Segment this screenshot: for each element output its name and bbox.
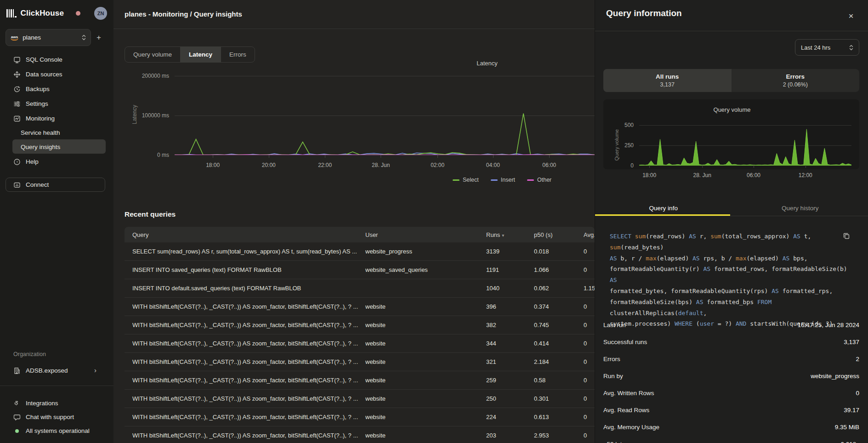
qv-x-axis: 18:0028. Jun06:0012:00	[639, 172, 851, 179]
table-row[interactable]: WITH bitShiftLeft(CAST(?..), _CAST(?..))…	[125, 298, 595, 316]
table-row[interactable]: WITH bitShiftLeft(CAST(?..), _CAST(?..))…	[125, 408, 595, 426]
avatar[interactable]: ZN	[94, 7, 107, 20]
segment-value: 2 (0.06%)	[783, 81, 808, 88]
clickhouse-logo-icon	[6, 9, 17, 17]
cell-p50: 0.018	[534, 248, 584, 255]
sidebar-item-chat-support[interactable]: Chat with support	[0, 410, 113, 424]
table-row[interactable]: WITH bitShiftLeft(CAST(?..), _CAST(?..))…	[125, 316, 595, 334]
stat-value: website_progress	[811, 373, 859, 380]
tab-errors[interactable]: Errors	[221, 47, 255, 62]
cell-runs: 224	[486, 414, 534, 420]
panel-tabs: Query info Query history	[595, 201, 868, 216]
brand-name: ClickHouse	[21, 9, 64, 18]
stat-label: Avg. Written Rows	[603, 390, 654, 397]
sidebar-item-backups[interactable]: Backups	[0, 82, 113, 96]
cell-p50: 2.184	[534, 358, 584, 365]
column-header-user[interactable]: User	[365, 231, 486, 238]
organization-switcher[interactable]: ADSB.exposed ›	[0, 363, 113, 378]
stat-value: 3,137	[844, 339, 859, 345]
segment-all-runs[interactable]: All runs 3,137	[603, 69, 732, 92]
chart-tabs: Query volume Latency Errors	[125, 46, 255, 63]
active-tab-underline	[595, 214, 730, 216]
cell-query: WITH bitShiftLeft(CAST(?..), _CAST(?..))…	[132, 414, 365, 420]
sidebar-item-sql-console[interactable]: SQL Console	[0, 52, 113, 67]
latency-legend: Select Insert Other	[453, 177, 551, 183]
cell-avg: 0	[584, 414, 595, 420]
legend-label: Select	[463, 177, 479, 183]
tab-latency[interactable]: Latency	[180, 47, 221, 62]
sidebar-item-system-status[interactable]: All systems operational	[0, 424, 113, 438]
svg-text:?: ?	[16, 160, 18, 164]
cell-runs: 382	[486, 322, 534, 328]
tab-query-history[interactable]: Query history	[732, 201, 868, 216]
table-row[interactable]: INSERT INTO saved_queries (text) FORMAT …	[125, 261, 595, 279]
legend-item-other[interactable]: Other	[527, 177, 551, 183]
service-selector[interactable]: aws planes	[6, 29, 91, 46]
column-header-avg[interactable]: Avg.	[584, 231, 595, 238]
cell-query: SELECT sum(read_rows) AS r, sum(total_ro…	[132, 248, 365, 255]
sidebar-item-service-health[interactable]: Service health	[0, 126, 113, 140]
stat-value: 2	[856, 356, 859, 362]
cell-avg: 1.15	[584, 285, 595, 292]
sidebar-item-query-insights[interactable]: Query insights	[0, 140, 113, 154]
stat-label: Avg. Memory Usage	[603, 424, 659, 431]
stat-value: 16:47:25, Jun 28 2024	[798, 322, 859, 328]
table-row[interactable]: WITH bitShiftLeft(CAST(?..), _CAST(?..))…	[125, 390, 595, 408]
stat-label: Errors	[603, 356, 620, 362]
column-header-p50[interactable]: p50 (s)	[534, 231, 584, 238]
sidebar-item-label: Settings	[26, 100, 48, 107]
table-row[interactable]: INSERT INTO default.saved_queries (text)…	[125, 279, 595, 298]
stat-row-avg-written-rows: Avg. Written Rows 0	[603, 385, 859, 402]
add-service-button[interactable]: +	[93, 32, 104, 43]
sidebar: ClickHouse ZN aws planes + SQL Console D…	[0, 0, 113, 443]
table-row[interactable]: WITH bitShiftLeft(CAST(?..), _CAST(?..))…	[125, 353, 595, 371]
sidebar-item-data-sources[interactable]: Data sources	[0, 67, 113, 81]
axis-tick-label: 06:00	[747, 172, 760, 178]
cell-avg: 0	[584, 303, 595, 310]
legend-item-insert[interactable]: Insert	[491, 177, 515, 183]
close-icon[interactable]: ×	[845, 10, 857, 22]
legend-item-select[interactable]: Select	[453, 177, 479, 183]
cell-runs: 396	[486, 303, 534, 310]
sliders-icon	[13, 100, 21, 108]
latency-chart-title: Latency	[460, 60, 515, 67]
cell-user: website	[365, 303, 486, 310]
cell-p50: 0.613	[534, 414, 584, 420]
table-row[interactable]: WITH bitShiftLeft(CAST(?..), _CAST(?..))…	[125, 334, 595, 353]
latency-chart-plot[interactable]	[175, 76, 595, 155]
table-row[interactable]: WITH bitShiftLeft(CAST(?..), _CAST(?..))…	[125, 371, 595, 390]
query-volume-plot[interactable]	[639, 125, 851, 166]
sidebar-item-label: Service health	[21, 129, 60, 136]
column-header-runs[interactable]: Runs▾	[486, 231, 534, 238]
axis-tick-label: 04:00	[486, 162, 500, 168]
copy-icon[interactable]	[842, 231, 851, 241]
organization-name: ADSB.exposed	[26, 367, 68, 374]
cell-p50: 0.745	[534, 322, 584, 328]
column-header-query[interactable]: Query	[132, 231, 365, 238]
connect-button[interactable]	[6, 178, 105, 192]
tab-query-volume[interactable]: Query volume	[125, 47, 180, 62]
axis-tick-label: 18:00	[206, 162, 220, 168]
qv-ytick: 500	[615, 122, 634, 128]
query-stats-list: Last run 16:47:25, Jun 28 2024 Successfu…	[603, 316, 859, 443]
segment-label: Errors	[786, 73, 805, 80]
stat-row-p50-latency: p50 latency 0.018s	[603, 436, 859, 443]
cell-query: WITH bitShiftLeft(CAST(?..), _CAST(?..))…	[132, 395, 365, 402]
sidebar-item-monitoring[interactable]: Monitoring	[0, 111, 113, 126]
cell-p50: 1.066	[534, 266, 584, 273]
sidebar-item-integrations[interactable]: Integrations	[0, 396, 113, 410]
cell-p50: 0.062	[534, 285, 584, 292]
axis-tick-label: 06:00	[542, 162, 556, 168]
sidebar-item-help[interactable]: ? Help	[0, 155, 113, 169]
sidebar-item-settings[interactable]: Settings	[0, 97, 113, 111]
latency-ytick: 200000 ms	[134, 73, 169, 79]
cell-user: website	[365, 432, 486, 439]
time-range-select[interactable]: Last 24 hrs	[795, 39, 859, 56]
tab-query-info[interactable]: Query info	[595, 201, 732, 216]
cell-p50: 2.953	[534, 432, 584, 439]
table-row[interactable]: SELECT sum(read_rows) AS r, sum(total_ro…	[125, 242, 595, 261]
stat-value: 9.35 MiB	[835, 424, 859, 431]
segment-errors[interactable]: Errors 2 (0.06%)	[732, 69, 860, 92]
table-row[interactable]: WITH bitShiftLeft(CAST(?..), _CAST(?..))…	[125, 426, 595, 443]
cell-query: WITH bitShiftLeft(CAST(?..), _CAST(?..))…	[132, 340, 365, 347]
